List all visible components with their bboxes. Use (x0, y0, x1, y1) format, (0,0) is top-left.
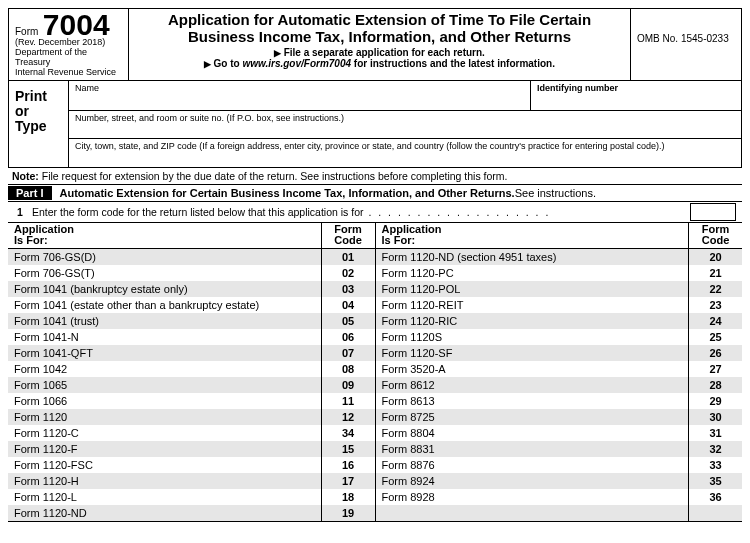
row-form-name: Form 1042 (8, 363, 321, 375)
table-row (376, 505, 743, 521)
row-form-name: Form 1120-FSC (8, 459, 321, 471)
row-form-name: Form 1041 (bankruptcy estate only) (8, 283, 321, 295)
row-form-name: Form 1041-QFT (8, 347, 321, 359)
table-row: Form 1120-H17 (8, 473, 375, 489)
row-form-name: Form 1120-F (8, 443, 321, 455)
table-row: Form 1120-SF26 (376, 345, 743, 361)
table-row: Form 1120-REIT23 (376, 297, 743, 313)
row-form-code: 16 (321, 457, 375, 473)
line-1-text: Enter the form code for the return liste… (32, 206, 684, 218)
table-row: Form 887633 (376, 457, 743, 473)
identifying-number-field[interactable]: Identifying number (531, 81, 741, 110)
col-head-appfor-left: Application Is For: (8, 223, 321, 248)
row-form-code: 03 (321, 281, 375, 297)
row-form-name: Form 1120-REIT (376, 299, 689, 311)
form-7004-page: Form 7004 (Rev. December 2018) Departmen… (8, 8, 742, 168)
row-form-name: Form 1120-SF (376, 347, 689, 359)
table-row: Form 104208 (8, 361, 375, 377)
title-line-1: Application for Automatic Extension of T… (168, 11, 591, 28)
form-word: Form (15, 26, 38, 37)
table-row: Form 872530 (376, 409, 743, 425)
title-line-2: Business Income Tax, Information, and Ot… (188, 28, 571, 45)
table-row: Form 1041 (estate other than a bankruptc… (8, 297, 375, 313)
row-form-code: 33 (688, 457, 742, 473)
row-form-name: Form 1120-POL (376, 283, 689, 295)
form-code-input[interactable] (690, 203, 736, 221)
table-row: Form 1120-FSC16 (8, 457, 375, 473)
note-bold: Note: (12, 170, 39, 182)
row-form-code: 25 (688, 329, 742, 345)
table-row: Form 1041 (bankruptcy estate only)03 (8, 281, 375, 297)
row-form-name: Form 1120-PC (376, 267, 689, 279)
note-line: Note: File request for extension by the … (8, 168, 742, 184)
header-row: Form 7004 (Rev. December 2018) Departmen… (9, 9, 741, 81)
omb-number: OMB No. 1545-0233 (631, 9, 741, 80)
row-form-name: Form 8613 (376, 395, 689, 407)
row-form-code: 05 (321, 313, 375, 329)
row-form-name: Form 8924 (376, 475, 689, 487)
row-form-name: Form 1041 (trust) (8, 315, 321, 327)
print-l1: Print (15, 88, 47, 104)
title-box: Application for Automatic Extension of T… (129, 9, 631, 80)
table-row: Form 1041-N06 (8, 329, 375, 345)
irs-label: Internal Revenue Service (15, 67, 116, 77)
table-col-left: Application Is For: Form Code Form 706-G… (8, 223, 376, 521)
row-form-code: 30 (688, 409, 742, 425)
row-form-code: 07 (321, 345, 375, 361)
subtitle-file-separate: File a separate application for each ret… (137, 47, 622, 58)
row-form-name: Form 1120-RIC (376, 315, 689, 327)
table-row: Form 112012 (8, 409, 375, 425)
row-form-code: 34 (321, 425, 375, 441)
row-form-code (688, 505, 742, 521)
row-form-name: Form 8928 (376, 491, 689, 503)
table-row: Form 861228 (376, 377, 743, 393)
table-row: Form 1120-ND19 (8, 505, 375, 521)
row-form-code: 23 (688, 297, 742, 313)
row-form-code: 06 (321, 329, 375, 345)
revision-date: (Rev. December 2018) (15, 37, 105, 47)
row-form-name: Form 1066 (8, 395, 321, 407)
row-form-code: 02 (321, 265, 375, 281)
row-form-name: Form 1041-N (8, 331, 321, 343)
table-row: Form 106509 (8, 377, 375, 393)
name-label: Name (75, 83, 99, 93)
form-number-box: Form 7004 (Rev. December 2018) Departmen… (9, 9, 129, 80)
part-1-bar: Part I Automatic Extension for Certain B… (8, 184, 742, 202)
col-head-appfor-right: Application Is For: (376, 223, 689, 248)
row-form-code: 12 (321, 409, 375, 425)
print-or-type-label: Print or Type (9, 81, 69, 167)
table-row: Form 706-GS(T)02 (8, 265, 375, 281)
row-form-code: 32 (688, 441, 742, 457)
table-row: Form 1120-RIC24 (376, 313, 743, 329)
row-form-code: 28 (688, 377, 742, 393)
table-row: Form 1120S25 (376, 329, 743, 345)
row-form-name: Form 8804 (376, 427, 689, 439)
table-row: Form 1120-F15 (8, 441, 375, 457)
idnum-label: Identifying number (537, 83, 618, 93)
row-form-name: Form 8725 (376, 411, 689, 423)
line-1-number: 1 (8, 206, 32, 218)
name-field[interactable]: Name (69, 81, 531, 110)
row-form-code: 36 (688, 489, 742, 505)
col-head-code-left: Form Code (321, 223, 375, 248)
row-form-name: Form 706-GS(D) (8, 251, 321, 263)
subtitle-goto: Go to www.irs.gov/Form7004 for instructi… (137, 58, 622, 69)
table-row: Form 1120-C34 (8, 425, 375, 441)
table-row: Form 3520-A27 (376, 361, 743, 377)
row-form-name: Form 706-GS(T) (8, 267, 321, 279)
address-field[interactable]: Number, street, and room or suite no. (I… (69, 111, 741, 139)
col-head-code-right: Form Code (688, 223, 742, 248)
print-l2: or (15, 103, 29, 119)
row-form-code: 18 (321, 489, 375, 505)
city-field[interactable]: City, town, state, and ZIP code (If a fo… (69, 139, 741, 167)
row-form-code: 15 (321, 441, 375, 457)
row-form-code: 20 (688, 249, 742, 265)
row-form-code: 19 (321, 505, 375, 521)
table-row: Form 1120-ND (section 4951 taxes)20 (376, 249, 743, 265)
row-form-name: Form 8612 (376, 379, 689, 391)
table-row: Form 892435 (376, 473, 743, 489)
part-1-title: Automatic Extension for Certain Business… (60, 187, 515, 199)
row-form-code: 26 (688, 345, 742, 361)
addr-label: Number, street, and room or suite no. (I… (75, 113, 344, 123)
goto-post: for instructions and the latest informat… (351, 58, 555, 69)
